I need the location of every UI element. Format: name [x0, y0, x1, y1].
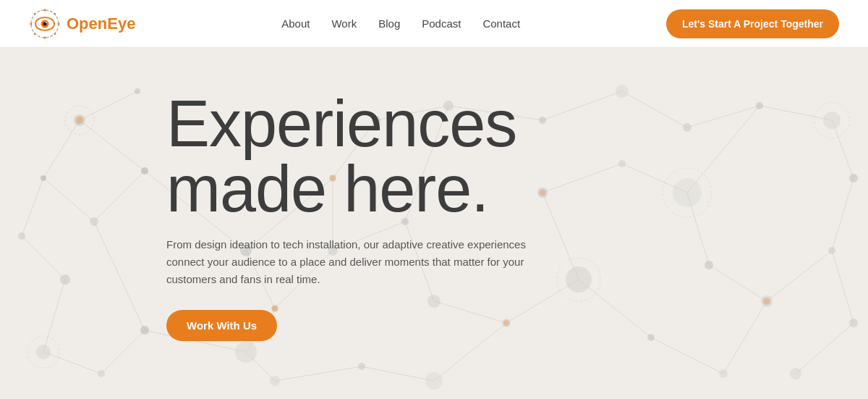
nav-about[interactable]: About	[281, 17, 310, 30]
main-nav: About Work Blog Podcast Contact	[281, 17, 520, 30]
svg-point-68	[36, 345, 51, 359]
svg-point-96	[425, 372, 443, 390]
svg-point-98	[270, 376, 280, 386]
nav-blog[interactable]: Blog	[378, 17, 400, 30]
svg-point-7	[30, 22, 33, 25]
work-with-us-button[interactable]: Work With Us	[166, 310, 277, 341]
svg-point-5	[44, 9, 46, 11]
header: OpenEye About Work Blog Podcast Contact …	[0, 0, 868, 48]
nav-work[interactable]: Work	[331, 17, 357, 30]
hero-section: Experiences made here. From design ideat…	[0, 48, 868, 399]
svg-point-8	[58, 22, 60, 25]
hero-headline-line2: made here.	[166, 153, 488, 225]
svg-point-12	[34, 33, 35, 34]
svg-point-97	[358, 363, 365, 370]
hero-content: Experiences made here. From design ideat…	[0, 48, 868, 341]
svg-point-4	[46, 22, 47, 23]
start-project-button[interactable]: Let's Start A Project Together	[666, 9, 839, 38]
svg-point-100	[790, 368, 801, 379]
hero-headline: Experiences made here.	[166, 91, 868, 222]
logo-text: OpenEye	[67, 14, 135, 33]
nav-contact[interactable]: Contact	[482, 17, 520, 30]
svg-point-11	[54, 12, 56, 14]
svg-point-9	[34, 12, 35, 14]
hero-subtext: From design ideation to tech installatio…	[166, 236, 542, 288]
nav-podcast[interactable]: Podcast	[422, 17, 461, 30]
svg-point-6	[44, 36, 46, 38]
logo-icon	[29, 8, 61, 40]
logo[interactable]: OpenEye	[29, 8, 135, 40]
svg-line-56	[362, 366, 434, 381]
svg-point-10	[54, 33, 56, 34]
svg-point-71	[235, 341, 257, 363]
svg-line-53	[651, 337, 723, 374]
svg-line-21	[43, 352, 101, 374]
svg-point-95	[719, 369, 728, 378]
svg-line-57	[275, 366, 362, 381]
hero-headline-line1: Experiences	[166, 88, 516, 160]
svg-point-69	[98, 370, 105, 377]
